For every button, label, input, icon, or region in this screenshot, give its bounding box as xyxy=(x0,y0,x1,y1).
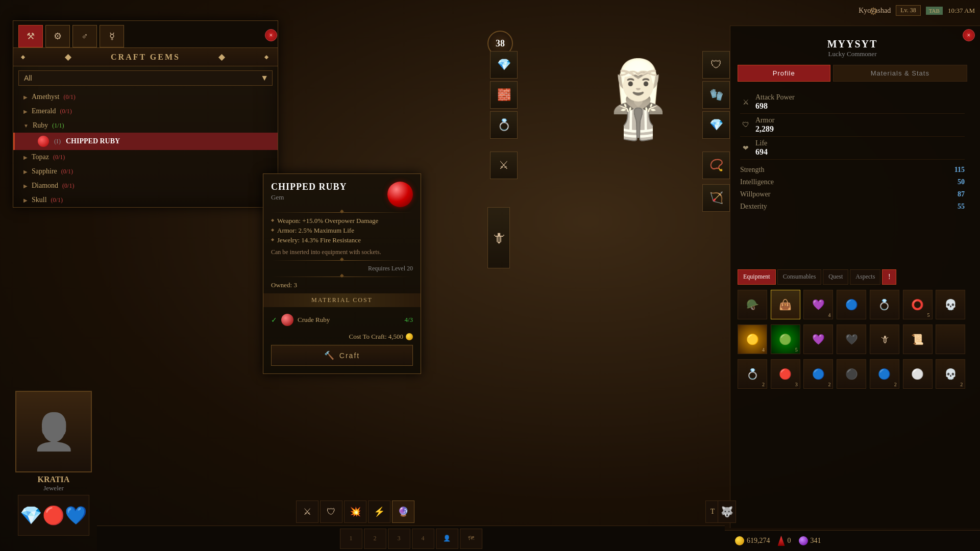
expand-arrow-emerald: ▶ xyxy=(23,109,28,114)
craft-button[interactable]: 🔨 Craft xyxy=(271,345,413,366)
tooltip-header: CHIPPED RUBY Gem xyxy=(271,182,413,207)
equipment-tabs: Equipment Consumables Quest Aspects ! xyxy=(738,269,967,285)
equip-slot-6[interactable]: ⭕5 xyxy=(903,290,933,319)
head-slot[interactable]: 💎 xyxy=(490,51,518,79)
strength-value: 115 xyxy=(954,166,965,174)
player-level-badge: Lv. 38 xyxy=(896,5,921,16)
amethyst-label: Amethyst xyxy=(32,93,59,101)
life-value: 694 xyxy=(755,147,768,157)
attack-power-icon: ⚔ xyxy=(740,96,751,108)
tooltip-requires-level: Requires Level 20 xyxy=(271,265,413,272)
craft-tab-2[interactable]: ⚙ xyxy=(45,25,70,47)
hotbar-slot-2[interactable]: 2 xyxy=(364,529,386,549)
skill-slot-right[interactable]: 🔮 xyxy=(392,500,414,523)
gem-category-amethyst[interactable]: ▶ Amethyst (0/1) xyxy=(13,90,278,104)
gem-category-sapphire[interactable]: ▶ Sapphire (0/1) xyxy=(13,164,278,179)
equip-slot-21[interactable]: 💀2 xyxy=(936,359,965,389)
tab-consumables[interactable]: Consumables xyxy=(777,269,822,285)
material-row-crude-ruby: ✓ Crude Ruby 4/3 xyxy=(271,311,413,329)
strength-label: Strength xyxy=(740,166,764,174)
character-info-section: MYYSYT Lucky Commoner Profile Materials … xyxy=(730,33,975,218)
gem-list: ▶ Amethyst (0/1) ▶ Emerald (0/1) ▼ Ruby … xyxy=(13,90,278,207)
life-row: ❤ Life 694 xyxy=(740,137,965,160)
equip-slot-3[interactable]: 💜4 xyxy=(803,290,833,319)
expand-arrow-sapphire: ▶ xyxy=(23,169,28,174)
equip-slot-17[interactable]: 🔵2 xyxy=(803,359,833,389)
skull-label: Skull xyxy=(32,196,47,204)
shoulder-slot[interactable]: 🛡 xyxy=(702,51,730,79)
expand-arrow-ruby: ▼ xyxy=(23,123,29,129)
equip-slot-15[interactable]: 💍2 xyxy=(738,359,767,389)
settings-icon[interactable]: ⚙ xyxy=(869,5,878,17)
chipped-ruby-tier: (I) xyxy=(54,137,61,145)
equip-slot-1[interactable]: 🪖 xyxy=(738,290,767,319)
equip-slot-7[interactable]: 💀 xyxy=(936,290,965,319)
materials-stats-tab[interactable]: Materials & Stats xyxy=(833,65,967,82)
amulet-slot[interactable]: 📿 xyxy=(702,152,730,179)
ring2-slot[interactable]: 💎 xyxy=(702,111,730,139)
equip-slot-10[interactable]: 💜 xyxy=(803,324,833,354)
gem-item-chipped-ruby[interactable]: (I) CHIPPED RUBY xyxy=(13,133,278,150)
equip-slot-4[interactable]: 🔵 xyxy=(837,290,866,319)
skill-slot-1[interactable]: ⚔ xyxy=(296,500,318,523)
equip-slot-18[interactable]: ⚫ xyxy=(837,359,866,389)
gem-category-skull[interactable]: ▶ Skull (0/1) xyxy=(13,193,278,207)
craft-filter-select[interactable]: All Amethyst Emerald Ruby Topaz Sapphire… xyxy=(18,70,273,86)
equip-slot-16[interactable]: 🔴3 xyxy=(771,359,800,389)
craft-filter[interactable]: All Amethyst Emerald Ruby Topaz Sapphire… xyxy=(18,70,273,86)
willpower-label: Willpower xyxy=(740,190,770,198)
gloves-slot[interactable]: 🧤 xyxy=(702,81,730,109)
equip-slot-5[interactable]: 💍 xyxy=(870,290,899,319)
pet-slot[interactable]: 🐺 xyxy=(718,500,736,523)
skill-slot-3[interactable]: 💥 xyxy=(344,500,366,523)
profile-tab[interactable]: Profile xyxy=(738,65,830,82)
ruby-count: (1/1) xyxy=(52,122,64,130)
equip-slot-2[interactable]: 👜 xyxy=(771,290,800,319)
tooltip-divider-2 xyxy=(271,260,413,261)
expand-arrow-skull: ▶ xyxy=(23,197,28,203)
equip-slot-8[interactable]: 🟡4 xyxy=(738,324,767,354)
diamond-count: (0/1) xyxy=(62,182,74,190)
gem-category-diamond[interactable]: ▶ Diamond (0/1) xyxy=(13,179,278,193)
ruby-label: Ruby xyxy=(33,121,48,130)
hotbar-slot-1[interactable]: 1 xyxy=(340,529,362,549)
equip-slot-20[interactable]: ⚪ xyxy=(903,359,933,389)
jeweler-npc-portrait: 👤 KRATIA Jeweler 💎🔴💙 xyxy=(13,391,94,536)
hotbar-slot-6[interactable]: 🗺 xyxy=(460,529,482,549)
chest-slot[interactable]: 🧱 xyxy=(490,81,518,109)
equip-slot-19[interactable]: 🔵2 xyxy=(870,359,899,389)
tab-quest[interactable]: Quest xyxy=(823,269,848,285)
equip-slot-11[interactable]: 🖤 xyxy=(837,324,866,354)
tab-indicator-red[interactable]: ! xyxy=(882,269,896,285)
item-tooltip: CHIPPED RUBY Gem Weapon: +15.0% Overpowe… xyxy=(263,173,421,374)
mainhand-slot[interactable]: ⚔ xyxy=(490,152,518,179)
tab-equipment[interactable]: Equipment xyxy=(738,269,776,285)
gem-category-ruby[interactable]: ▼ Ruby (1/1) xyxy=(13,118,278,133)
offhand-left-slot[interactable]: 🗡 xyxy=(487,207,510,268)
skull-count: (0/1) xyxy=(51,196,63,204)
tab-aspects[interactable]: Aspects xyxy=(850,269,880,285)
dexterity-label: Dexterity xyxy=(740,203,767,211)
skill-slot-4[interactable]: ⚡ xyxy=(368,500,390,523)
armor-row: 🛡 Armor 2,289 xyxy=(740,114,965,137)
sapphire-label: Sapphire xyxy=(32,167,57,176)
hotbar-slot-3[interactable]: 3 xyxy=(388,529,410,549)
hotbar-slot-5[interactable]: 👤 xyxy=(436,529,458,549)
equip-slot-14[interactable] xyxy=(936,324,965,354)
equip-slot-13[interactable]: 📜 xyxy=(903,324,933,354)
craft-tab-4[interactable]: ☿ xyxy=(100,25,124,47)
craft-panel-close-button[interactable]: × xyxy=(265,29,277,41)
gem-category-topaz[interactable]: ▶ Topaz (0/1) xyxy=(13,150,278,164)
character-panel-close-button[interactable]: × xyxy=(963,29,975,41)
ring1-slot[interactable]: 💍 xyxy=(490,111,518,139)
offhand-right-slot[interactable]: 🏹 xyxy=(702,184,730,212)
equip-slot-12[interactable]: 🗡 xyxy=(870,324,899,354)
craft-tab-gems[interactable]: ⚒ xyxy=(18,25,43,47)
tab-indicator: TAB xyxy=(926,7,943,15)
hotbar-slot-4[interactable]: 4 xyxy=(412,529,434,549)
skill-slot-2[interactable]: 🛡 xyxy=(320,500,342,523)
character-body: 🦺 xyxy=(619,106,657,142)
craft-tab-3[interactable]: ♂ xyxy=(72,25,97,47)
gem-category-emerald[interactable]: ▶ Emerald (0/1) xyxy=(13,104,278,118)
equip-slot-9[interactable]: 🟢5 xyxy=(771,324,800,354)
